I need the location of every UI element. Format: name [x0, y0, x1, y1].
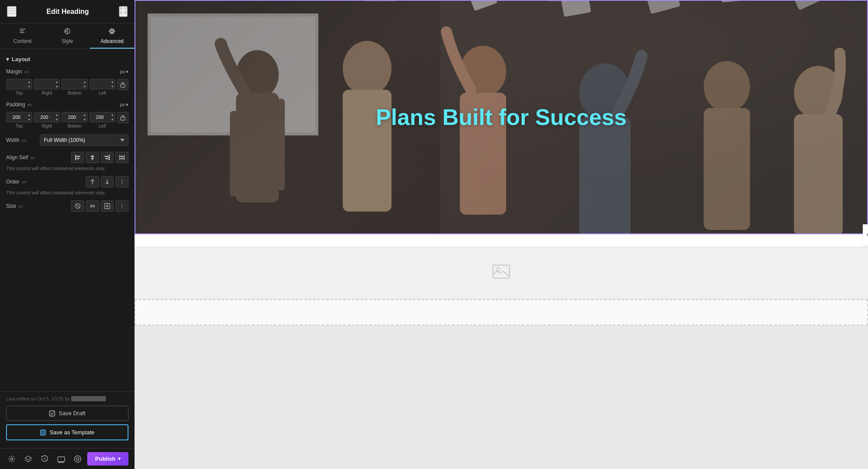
size-more-button[interactable] — [115, 200, 128, 212]
svg-rect-13 — [77, 158, 79, 159]
grid-icon[interactable] — [119, 6, 128, 17]
margin-left-group: ▲ ▼ Left — [89, 79, 115, 95]
tab-bar: Content Style Advanced — [0, 23, 135, 49]
collapse-sidebar-handle[interactable] — [863, 224, 868, 245]
tab-content[interactable]: Content — [0, 23, 45, 49]
margin-right-down[interactable]: ▼ — [54, 84, 59, 89]
sidebar-footer: Last edited on Oct 5, 10:25 by Save Draf… — [0, 391, 135, 448]
svg-rect-1 — [8, 10, 16, 11]
size-fit-button[interactable] — [86, 200, 99, 212]
padding-left-input-wrapper[interactable]: ▲ ▼ — [89, 112, 115, 122]
margin-bottom-input-wrapper[interactable]: ▲ ▼ — [62, 79, 88, 89]
align-stretch-button[interactable] — [115, 152, 128, 163]
margin-top-input-wrapper[interactable]: ▲ ▼ — [6, 79, 32, 89]
align-start-button[interactable] — [71, 152, 84, 163]
margin-top-down[interactable]: ▼ — [26, 84, 32, 89]
history-icon-button[interactable] — [39, 453, 50, 465]
save-draft-button[interactable]: Save Draft — [6, 406, 128, 421]
bottom-icons-group — [6, 453, 83, 465]
align-self-responsive-icon: ▭ — [30, 155, 35, 161]
style-tab-icon — [64, 28, 71, 36]
margin-bottom-up[interactable]: ▲ — [82, 79, 87, 84]
content-tab-icon — [19, 28, 26, 36]
align-center-button[interactable] — [86, 152, 99, 163]
margin-top-up[interactable]: ▲ — [26, 79, 32, 84]
svg-point-29 — [122, 204, 122, 205]
align-self-row: Align Self ▭ — [6, 152, 128, 163]
padding-unit[interactable]: px ▾ — [120, 102, 128, 108]
padding-label: Padding ▭ — [6, 102, 36, 108]
save-template-button[interactable]: Save as Template — [6, 424, 128, 440]
size-none-button[interactable] — [71, 200, 84, 212]
hamburger-icon[interactable] — [7, 6, 16, 17]
tab-advanced[interactable]: Advanced — [90, 23, 135, 49]
padding-bottom-label: Bottom — [68, 124, 82, 128]
publish-label: Publish — [95, 456, 115, 462]
padding-right-down[interactable]: ▼ — [54, 117, 59, 122]
svg-rect-70 — [493, 265, 510, 278]
size-buttons — [71, 200, 128, 212]
margin-bottom-input[interactable] — [62, 80, 82, 89]
padding-top-up[interactable]: ▲ — [26, 112, 32, 117]
order-more-button[interactable] — [115, 176, 128, 187]
padding-right-up[interactable]: ▲ — [54, 112, 59, 117]
layers-icon-button[interactable] — [23, 453, 34, 465]
padding-bottom-input-wrapper[interactable]: ▲ ▼ — [62, 112, 88, 122]
padding-top-input[interactable] — [7, 113, 26, 121]
margin-left-input[interactable] — [90, 80, 110, 89]
padding-top-down[interactable]: ▼ — [26, 117, 32, 122]
save-template-icon — [40, 430, 46, 436]
padding-bottom-up[interactable]: ▲ — [82, 112, 87, 117]
align-self-buttons — [71, 152, 128, 163]
sidebar: Edit Heading Content — [0, 0, 135, 469]
padding-link-toggle[interactable] — [117, 112, 128, 123]
svg-rect-15 — [91, 156, 94, 157]
padding-top-label: Top — [16, 124, 23, 128]
margin-link-toggle[interactable] — [117, 79, 128, 90]
tab-content-label: Content — [13, 38, 32, 44]
padding-top-input-wrapper[interactable]: ▲ ▼ — [6, 112, 32, 122]
margin-bottom-down[interactable]: ▼ — [82, 84, 87, 89]
align-end-button[interactable] — [101, 152, 114, 163]
svg-rect-18 — [105, 156, 108, 157]
dashed-drop-zone[interactable] — [135, 299, 868, 325]
order-end-button[interactable] — [101, 176, 114, 187]
placeholder-image-section[interactable] — [135, 247, 868, 299]
svg-point-24 — [122, 180, 122, 180]
margin-right-input[interactable] — [34, 80, 54, 89]
svg-rect-14 — [92, 155, 93, 160]
padding-right-input[interactable] — [34, 113, 54, 121]
save-draft-icon — [49, 410, 55, 417]
order-buttons — [86, 176, 128, 187]
padding-bottom-group: ▲ ▼ Bottom — [62, 112, 88, 128]
order-start-button[interactable] — [86, 176, 99, 187]
tab-style[interactable]: Style — [45, 23, 89, 49]
margin-right-up[interactable]: ▲ — [54, 79, 59, 84]
svg-point-34 — [11, 458, 13, 460]
margin-left-up[interactable]: ▲ — [110, 79, 115, 84]
preview-icon-button[interactable] — [72, 453, 83, 465]
layout-chevron-icon: ▾ — [6, 56, 9, 62]
padding-bottom-down[interactable]: ▼ — [82, 117, 87, 122]
padding-bottom-input[interactable] — [62, 113, 82, 121]
padding-bottom-arrows: ▲ ▼ — [82, 112, 87, 122]
margin-top-group: ▲ ▼ Top — [6, 79, 32, 95]
padding-left-down[interactable]: ▼ — [110, 117, 115, 122]
padding-right-input-wrapper[interactable]: ▲ ▼ — [34, 112, 60, 122]
margin-top-input[interactable] — [7, 80, 26, 89]
margin-right-input-wrapper[interactable]: ▲ ▼ — [34, 79, 60, 89]
margin-left-down[interactable]: ▼ — [110, 84, 115, 89]
responsive-icon-button[interactable] — [56, 453, 67, 465]
margin-left-arrows: ▲ ▼ — [110, 79, 115, 89]
width-select[interactable]: Full Width (100%) Custom Auto — [40, 134, 128, 146]
size-fill-button[interactable] — [101, 200, 114, 212]
publish-button[interactable]: Publish ▾ — [87, 452, 128, 466]
svg-rect-11 — [75, 155, 76, 160]
padding-left-up[interactable]: ▲ — [110, 112, 115, 117]
hero-section[interactable]: Plans Built for Success — [135, 0, 868, 234]
margin-left-input-wrapper[interactable]: ▲ ▼ — [89, 79, 115, 89]
padding-left-input[interactable] — [90, 113, 110, 121]
margin-top-label: Top — [16, 91, 23, 95]
settings-icon-button[interactable] — [6, 453, 17, 465]
margin-unit[interactable]: px ▾ — [120, 69, 128, 75]
